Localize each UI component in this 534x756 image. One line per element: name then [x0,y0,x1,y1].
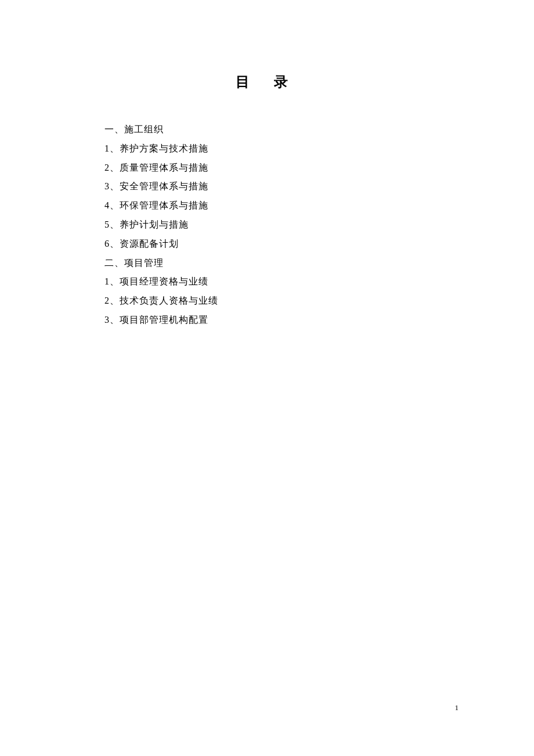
toc-item: 1、养护方案与技术措施 [104,139,430,159]
toc-item: 2、技术负责人资格与业绩 [104,291,430,311]
page-title: 目 录 [104,73,430,91]
document-page: 目 录 一、施工组织 1、养护方案与技术措施 2、质量管理体系与措施 3、安全管… [0,0,534,756]
page-number: 1 [455,703,459,712]
toc-item: 2、质量管理体系与措施 [104,159,430,178]
table-of-contents: 一、施工组织 1、养护方案与技术措施 2、质量管理体系与措施 3、安全管理体系与… [104,120,430,330]
toc-item: 一、施工组织 [104,120,430,139]
toc-item: 3、安全管理体系与措施 [104,177,430,196]
toc-item: 3、项目部管理机构配置 [104,311,430,330]
toc-item: 二、项目管理 [104,254,430,273]
toc-item: 1、项目经理资格与业绩 [104,272,430,291]
toc-item: 4、环保管理体系与措施 [104,196,430,215]
toc-item: 6、资源配备计划 [104,235,430,254]
toc-item: 5、养护计划与措施 [104,215,430,235]
